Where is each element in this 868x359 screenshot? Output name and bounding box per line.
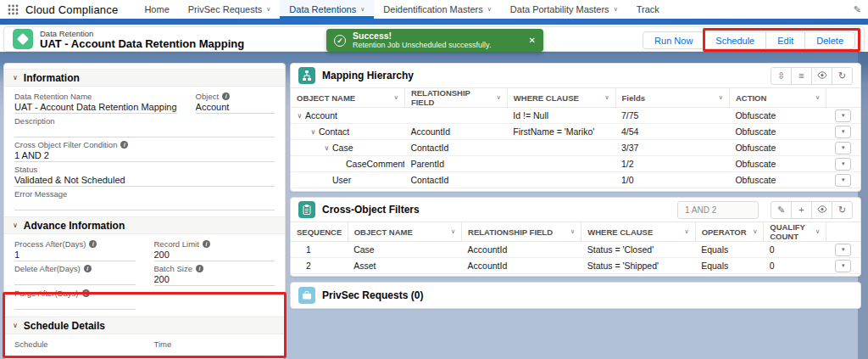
info-icon[interactable]: i bbox=[82, 289, 90, 297]
column-object-name[interactable]: OBJECT NAME∨ bbox=[291, 88, 404, 108]
clipboard-icon bbox=[298, 201, 315, 218]
column-object-name[interactable]: OBJECT NAME∨ bbox=[348, 222, 461, 242]
column-qualify-count[interactable]: QUALIFY COUNT∨ bbox=[764, 222, 826, 242]
row-actions-menu-button[interactable]: ▾ bbox=[835, 158, 851, 171]
column-row-actions bbox=[826, 88, 860, 108]
row-actions-menu-button[interactable]: ▾ bbox=[835, 142, 851, 154]
privsec-requests-card: PrivSec Requests (0) bbox=[290, 282, 861, 309]
chevron-down-icon: ▾ bbox=[842, 160, 845, 167]
section-schedule-details[interactable]: ∨ Schedule Details bbox=[4, 317, 285, 334]
data-retention-record-icon bbox=[13, 29, 33, 49]
field-value: Account bbox=[196, 101, 275, 114]
info-icon[interactable]: i bbox=[196, 265, 203, 272]
column-sequence[interactable]: SEQUENCE∨ bbox=[291, 222, 348, 242]
record-actions: Run Now Schedule Edit Delete bbox=[643, 31, 855, 49]
chevron-down-icon[interactable]: ∨ bbox=[815, 94, 820, 101]
app-launcher-icon[interactable] bbox=[7, 3, 19, 15]
chevron-down-icon[interactable]: ∨ bbox=[394, 94, 398, 101]
chevron-down-icon[interactable]: ∨ bbox=[497, 94, 501, 101]
column-operator[interactable]: OPERATOR∨ bbox=[695, 222, 764, 242]
chevron-down-icon: ▾ bbox=[842, 177, 845, 183]
refresh-icon: ↻ bbox=[838, 70, 846, 81]
hierarchy-icon bbox=[298, 67, 315, 84]
info-icon[interactable]: i bbox=[84, 265, 92, 272]
chevron-down-icon[interactable]: ∨ bbox=[719, 94, 723, 101]
schedule-button[interactable]: Schedule bbox=[704, 31, 766, 49]
tree-chevron-icon[interactable]: ∨ bbox=[308, 128, 319, 136]
run-now-button[interactable]: Run Now bbox=[643, 31, 704, 49]
section-advance-information[interactable]: ∨ Advance Information bbox=[4, 216, 285, 234]
page-content: ∨ Information Data Retention Name UAT - … bbox=[0, 52, 868, 359]
expand-all-icon: ⇳ bbox=[777, 70, 785, 81]
field-value bbox=[14, 349, 136, 359]
field-value bbox=[154, 349, 275, 359]
field-value bbox=[14, 199, 275, 210]
field-record-limit: Record Limiti 200 bbox=[154, 238, 275, 261]
tab-data-portability-masters[interactable]: Data Portability Masters∨ bbox=[501, 0, 627, 19]
tab-track[interactable]: Track bbox=[627, 0, 669, 19]
row-actions-menu-button[interactable]: ▾ bbox=[835, 126, 851, 138]
cross-object-filters-header: Cross-Object Filters 1 AND 2 ✎ + ↻ bbox=[291, 198, 860, 222]
chevron-down-icon[interactable]: ∨ bbox=[604, 94, 609, 101]
column-where-clause[interactable]: WHERE CLAUSE∨ bbox=[581, 222, 695, 242]
chevron-down-icon: ∨ bbox=[487, 6, 492, 13]
filter-condition-field[interactable]: 1 AND 2 bbox=[677, 201, 759, 219]
tab-deidentification-masters[interactable]: Deidentification Masters∨ bbox=[374, 0, 501, 19]
refresh-button[interactable]: ↻ bbox=[832, 67, 853, 85]
collapse-all-button[interactable]: ≡ bbox=[791, 67, 812, 85]
table-row: ∨Account Id != Null 7/75 Obfuscate ▾ bbox=[291, 108, 860, 124]
field-value bbox=[14, 273, 136, 285]
mapping-hierarchy-title: Mapping Hierarchy bbox=[322, 70, 414, 81]
success-toast: ✓ Success! Retention Job Unscheduled suc… bbox=[326, 29, 543, 52]
table-row: ∨Contact AccountId FirstName = 'Mariko' … bbox=[291, 124, 860, 140]
expand-all-button: ⇳ bbox=[771, 67, 792, 85]
info-icon[interactable]: i bbox=[222, 93, 230, 100]
mapping-toolbar: ⇳ ≡ ↻ bbox=[771, 67, 853, 85]
field-value: 200 bbox=[154, 273, 275, 286]
row-actions-menu-button[interactable]: ▾ bbox=[835, 174, 851, 187]
row-actions-menu-button[interactable]: ▾ bbox=[835, 244, 851, 256]
chevron-down-icon: ∨ bbox=[266, 6, 270, 13]
toast-message: Retention Job Unscheduled successfully. bbox=[353, 41, 491, 49]
edit-button[interactable]: Edit bbox=[765, 31, 805, 49]
column-action[interactable]: ACTION∨ bbox=[729, 88, 826, 108]
nav-edit-pencil-icon[interactable]: ✎ bbox=[854, 4, 861, 15]
field-schedule: Schedule bbox=[14, 339, 136, 359]
field-value: UAT - Account Data Retention Mapping bbox=[14, 101, 177, 114]
section-information[interactable]: ∨ Information bbox=[4, 69, 285, 87]
tree-chevron-icon[interactable]: ∨ bbox=[294, 112, 305, 120]
edit-condition-button[interactable]: ✎ bbox=[771, 201, 792, 219]
tab-privsec-requests[interactable]: PrivSec Requests∨ bbox=[179, 0, 281, 19]
cross-object-filters-card: Cross-Object Filters 1 AND 2 ✎ + ↻ SEQUE… bbox=[290, 197, 861, 277]
tab-home[interactable]: Home bbox=[135, 0, 178, 19]
row-actions-menu-button[interactable]: ▾ bbox=[835, 109, 851, 122]
refresh-button[interactable]: ↻ bbox=[832, 201, 853, 219]
chevron-down-icon[interactable]: ∨ bbox=[753, 228, 757, 235]
field-data-retention-name: Data Retention Name UAT - Account Data R… bbox=[14, 91, 177, 114]
refresh-icon: ↻ bbox=[838, 205, 846, 216]
chevron-down-icon[interactable]: ∨ bbox=[815, 228, 820, 235]
privsec-requests-title[interactable]: PrivSec Requests (0) bbox=[322, 289, 423, 301]
info-icon[interactable]: i bbox=[89, 240, 97, 248]
info-icon[interactable]: i bbox=[120, 141, 128, 149]
chevron-down-icon[interactable]: ∨ bbox=[451, 228, 455, 235]
delete-button[interactable]: Delete bbox=[804, 31, 855, 49]
tab-data-retentions[interactable]: Data Retentions∨ bbox=[280, 0, 374, 19]
toggle-visibility-button[interactable] bbox=[811, 67, 832, 85]
right-column: Mapping Hierarchy ⇳ ≡ ↻ OBJECT NAME∨ REL… bbox=[290, 63, 861, 309]
column-relationship-field[interactable]: RELATIONSHIP FIELD∨ bbox=[462, 222, 581, 242]
column-relationship-field[interactable]: RELATIONSHIP FIELD∨ bbox=[404, 88, 507, 108]
field-batch-size: Batch Sizei 200 bbox=[154, 263, 275, 286]
mapping-hierarchy-table: OBJECT NAME∨ RELATIONSHIP FIELD∨ WHERE C… bbox=[291, 87, 860, 188]
info-icon[interactable]: i bbox=[203, 240, 210, 248]
row-actions-menu-button[interactable]: ▾ bbox=[835, 260, 851, 272]
column-fields[interactable]: Fields∨ bbox=[615, 88, 729, 108]
tree-chevron-icon[interactable]: ∨ bbox=[321, 144, 332, 152]
close-icon[interactable]: ✕ bbox=[529, 36, 536, 45]
add-filter-button[interactable]: + bbox=[791, 201, 812, 219]
chevron-down-icon[interactable]: ∨ bbox=[685, 228, 689, 235]
chevron-down-icon[interactable]: ∨ bbox=[570, 228, 575, 235]
column-where-clause[interactable]: WHERE CLAUSE∨ bbox=[507, 88, 615, 108]
field-value: 1 bbox=[14, 249, 136, 261]
toggle-visibility-button[interactable] bbox=[811, 201, 832, 219]
